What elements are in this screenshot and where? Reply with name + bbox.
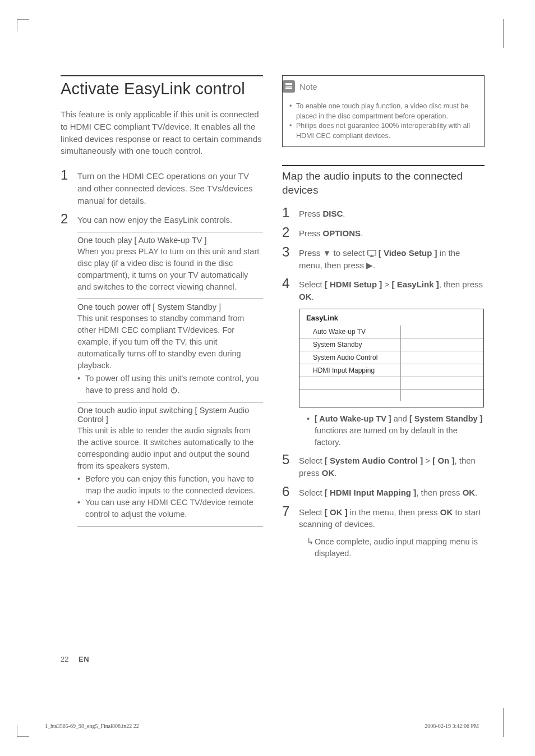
steps-list-right: 1 Press DISC. 2 Press OPTIONS. 3 Press ▼… xyxy=(282,206,485,303)
menu-row: System Standby xyxy=(299,338,483,351)
note-box: Note To enable one touch play function, … xyxy=(282,75,485,147)
step-text: Press OPTIONS. xyxy=(299,226,485,240)
step-7-sub: Once complete, audio input mapping menu … xyxy=(307,536,485,560)
menu-spacer xyxy=(299,401,483,407)
left-column: Activate EasyLink control This feature i… xyxy=(61,75,263,560)
note-bullet: Philips does not guarantee 100% interope… xyxy=(289,121,477,141)
feature-block-power-off: One touch power off [ System Standby ] T… xyxy=(77,299,263,396)
step-text: You can now enjoy the EasyLink controls. xyxy=(77,212,263,226)
crop-mark-bottom-left xyxy=(17,725,29,737)
step-text: Press ▼ to select [ Video Setup ] in the… xyxy=(299,245,485,272)
step-text: Select [ OK ] in the menu, then press OK… xyxy=(299,505,485,531)
steps-list: 1 Turn on the HDMI CEC operations on you… xyxy=(61,168,263,226)
menu-value xyxy=(400,364,483,377)
note-header: Note xyxy=(283,76,484,97)
subsection-heading: Map the audio inputs to the connected de… xyxy=(282,169,485,197)
note-icon xyxy=(283,80,295,93)
bullet-item: You can use any HDMI CEC TV/device remot… xyxy=(77,497,263,520)
step-text: Select [ HDMI Setup ] > [ EasyLink ], th… xyxy=(299,277,485,303)
menu-value xyxy=(400,377,483,389)
menu-row: System Audio Control xyxy=(299,351,483,364)
menu-item-empty xyxy=(299,389,400,401)
step-number: 5 xyxy=(282,453,299,479)
feature-body: This unit responses to standby command f… xyxy=(77,313,263,372)
result-bullet: Once complete, audio input mapping menu … xyxy=(307,536,485,560)
menu-item-empty xyxy=(299,377,400,389)
monitor-icon xyxy=(367,250,376,257)
period: . xyxy=(178,386,180,395)
feature-body: This unit is able to render the audio si… xyxy=(77,425,263,472)
right-column: Note To enable one touch play function, … xyxy=(282,75,485,560)
step-number: 1 xyxy=(61,168,77,207)
note-label: Note xyxy=(299,82,317,91)
menu-item: HDMI Input Mapping xyxy=(299,364,400,377)
step-number: 6 xyxy=(282,485,299,499)
print-footer-right: 2008-02-19 3:42:06 PM xyxy=(425,723,479,729)
divider xyxy=(77,526,263,526)
menu-value xyxy=(400,351,483,364)
step-7: 7 Select [ OK ] in the menu, then press … xyxy=(282,505,485,531)
power-icon xyxy=(170,386,178,394)
divider xyxy=(282,165,485,166)
crop-mark-top-right xyxy=(503,19,504,48)
step-text: Turn on the HDMI CEC operations on your … xyxy=(77,168,263,207)
menu-value xyxy=(400,389,483,401)
step-1: 1 Turn on the HDMI CEC operations on you… xyxy=(61,168,263,207)
menu-row: Auto Wake-up TV xyxy=(299,326,483,338)
menu-item: Auto Wake-up TV xyxy=(299,326,400,338)
divider xyxy=(77,402,263,402)
svg-rect-2 xyxy=(367,250,375,255)
menu-row xyxy=(299,389,483,401)
language-code: EN xyxy=(79,655,89,663)
crop-mark-top-left xyxy=(17,19,29,31)
crop-mark-bottom-right xyxy=(503,708,504,737)
page-footer: 22 EN xyxy=(61,655,89,663)
print-footer-left: 1_hts3565-69_98_eng5_Final808.in22 22 xyxy=(45,723,139,729)
step-4-sub: [ Auto Wake-up TV ] and [ System Standby… xyxy=(307,413,485,448)
step-number: 7 xyxy=(282,505,299,531)
feature-block-one-touch-play: One touch play [ Auto Wake-up TV ] When … xyxy=(77,232,263,293)
step-number: 1 xyxy=(282,206,299,220)
feature-title: One touch power off [ System Standby ] xyxy=(77,303,263,311)
step-number: 4 xyxy=(282,277,299,303)
menu-value xyxy=(400,326,483,338)
menu-row xyxy=(299,377,483,389)
steps-list-right-cont: 5 Select [ System Audio Control ] > [ On… xyxy=(282,453,485,530)
step-4: 4 Select [ HDMI Setup ] > [ EasyLink ], … xyxy=(282,277,485,303)
divider xyxy=(61,75,263,76)
feature-body: When you press PLAY to turn on this unit… xyxy=(77,246,263,293)
step-3: 3 Press ▼ to select [ Video Setup ] in t… xyxy=(282,245,485,272)
divider xyxy=(77,299,263,299)
step-text: Select [ System Audio Control ] > [ On ]… xyxy=(299,453,485,479)
menu-title: EasyLink xyxy=(299,309,483,326)
feature-title: One touch audio input switching [ System… xyxy=(77,406,263,424)
feature-bullets: To power off using this unit's remote co… xyxy=(77,373,263,396)
menu-item: System Audio Control xyxy=(299,351,400,364)
step-number: 2 xyxy=(282,226,299,240)
step-text: Press DISC. xyxy=(299,206,485,220)
step-2: 2 Press OPTIONS. xyxy=(282,226,485,240)
step-5: 5 Select [ System Audio Control ] > [ On… xyxy=(282,453,485,479)
menu-value xyxy=(400,338,483,351)
step-2: 2 You can now enjoy the EasyLink control… xyxy=(61,212,263,226)
bullet-item: To power off using this unit's remote co… xyxy=(77,373,263,396)
page-number: 22 xyxy=(61,655,68,663)
menu-row: HDMI Input Mapping xyxy=(299,364,483,377)
feature-block-audio-switch: One touch audio input switching [ System… xyxy=(77,402,263,526)
note-body: To enable one touch play function, a vid… xyxy=(283,97,484,146)
intro-paragraph: This feature is only applicable if this … xyxy=(61,108,263,157)
menu-table: Auto Wake-up TV System Standby System Au… xyxy=(299,326,483,407)
step-1: 1 Press DISC. xyxy=(282,206,485,220)
section-heading: Activate EasyLink control xyxy=(61,80,263,98)
divider xyxy=(77,232,263,232)
menu-item: System Standby xyxy=(299,338,400,351)
page-content: Activate EasyLink control This feature i… xyxy=(61,75,485,560)
step-6: 6 Select [ HDMI Input Mapping ], then pr… xyxy=(282,485,485,499)
bullet-item: Before you can enjoy this function, you … xyxy=(77,473,263,497)
step-number: 3 xyxy=(282,245,299,272)
note-bullet: To enable one touch play function, a vid… xyxy=(289,102,477,121)
sub-bullet: [ Auto Wake-up TV ] and [ System Standby… xyxy=(307,413,485,448)
step-text: Select [ HDMI Input Mapping ], then pres… xyxy=(299,485,485,499)
feature-bullets: Before you can enjoy this function, you … xyxy=(77,473,263,520)
feature-title: One touch play [ Auto Wake-up TV ] xyxy=(77,236,263,245)
